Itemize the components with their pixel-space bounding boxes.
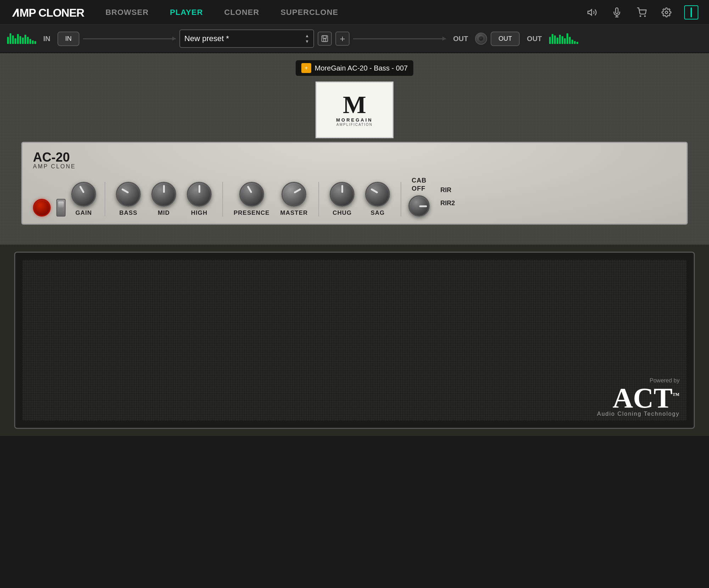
output-meter-label: OUT <box>527 35 542 43</box>
bass-knob[interactable] <box>116 182 141 207</box>
meter-bar <box>22 38 24 44</box>
cabinet-area: Powered by ACT™ Audio Cloning Technology <box>0 245 709 436</box>
tab-superclone[interactable]: SUPERCLONE <box>280 8 338 17</box>
meter-bar <box>569 37 571 44</box>
header: ∧MP CLONER BROWSER PLAYER CLONER SUPERCL… <box>0 0 709 25</box>
meter-bar <box>566 33 568 44</box>
controls-row: GAIN BASS MID HIGH <box>33 177 676 217</box>
preset-add-button[interactable]: + <box>335 32 350 46</box>
master-knob[interactable] <box>281 182 306 207</box>
amp-model-title: AC-20 AMP CLONE <box>33 150 676 170</box>
mid-knob[interactable] <box>151 182 176 207</box>
brand-tagline: AMPLIFICATION <box>336 123 373 127</box>
meter-bar <box>17 34 19 44</box>
meter-bar <box>574 41 576 44</box>
brand-name: MOREGAIN <box>336 117 373 123</box>
meter-bar <box>576 42 578 44</box>
preset-name: New preset * <box>184 34 305 43</box>
cart-icon[interactable] <box>635 5 649 19</box>
out-button[interactable]: OUT <box>491 32 520 46</box>
presence-label: PRESENCE <box>234 209 270 217</box>
preset-up-arrow[interactable]: ▲ <box>305 33 309 38</box>
preset-save-button[interactable] <box>318 32 332 46</box>
brand-logo-panel: M MOREGAIN AMPLIFICATION <box>316 82 393 138</box>
mid-label: MID <box>158 209 170 217</box>
mic-icon[interactable] <box>610 5 624 19</box>
preset-badge-icon: + <box>301 63 311 73</box>
meter-bar <box>12 35 14 44</box>
amp-type: AMP CLONE <box>33 163 676 170</box>
master-label: MASTER <box>280 209 308 217</box>
chug-label: CHUG <box>333 209 352 217</box>
svg-rect-8 <box>323 36 326 38</box>
power-icon[interactable] <box>684 5 698 19</box>
output-label: OUT <box>453 35 468 43</box>
act-badge: Powered by ACT™ Audio Cloning Technology <box>597 377 680 417</box>
meter-bar <box>557 38 558 44</box>
svg-marker-0 <box>588 9 592 15</box>
input-label: IN <box>43 35 50 43</box>
tab-browser[interactable]: BROWSER <box>105 8 149 17</box>
amp-panel: AC-20 AMP CLONE GAIN <box>21 142 688 225</box>
cab-knob[interactable] <box>408 195 430 217</box>
bass-label: BASS <box>119 209 137 217</box>
meter-bar <box>552 34 553 44</box>
gain-knob[interactable] <box>71 182 96 207</box>
preset-down-arrow[interactable]: ▼ <box>305 39 309 44</box>
meter-bar <box>562 36 563 44</box>
bass-knob-group: BASS <box>116 182 141 217</box>
sag-knob[interactable] <box>365 182 390 207</box>
act-logo: ACT™ <box>597 385 680 411</box>
toggle-group <box>56 199 66 217</box>
speaker-icon[interactable] <box>585 5 599 19</box>
tab-cloner[interactable]: CLONER <box>224 8 259 17</box>
meter-bar <box>29 39 31 44</box>
signal-line-right <box>353 38 446 39</box>
svg-point-5 <box>665 11 668 13</box>
high-label: HIGH <box>191 209 208 217</box>
rir2-label: RIR2 <box>440 200 455 207</box>
toggle-switch[interactable] <box>56 199 66 217</box>
input-meter-bars <box>7 33 36 44</box>
eq-section: BASS MID HIGH <box>105 182 223 217</box>
act-subtitle: Audio Cloning Technology <box>597 411 680 417</box>
chug-knob-group: CHUG <box>330 182 354 217</box>
signal-strip: IN IN New preset * ▲ ▼ + OUT OUT OUT <box>0 25 709 53</box>
sag-label: SAG <box>370 209 385 217</box>
output-meter-bars <box>549 33 578 44</box>
svg-rect-6 <box>691 7 692 17</box>
tab-player[interactable]: PLAYER <box>170 8 203 17</box>
preset-selector[interactable]: New preset * ▲ ▼ <box>179 29 314 48</box>
power-button[interactable] <box>33 199 51 217</box>
toggle-handle <box>58 201 64 208</box>
amp-area: + MoreGain AC-20 - Bass - 007 M MOREGAIN… <box>0 53 709 245</box>
high-knob[interactable] <box>187 182 212 207</box>
jack-inner <box>479 36 484 41</box>
presence-knob[interactable] <box>239 182 264 207</box>
meter-bar <box>559 35 561 44</box>
logo-panel-wrapper: M MOREGAIN AMPLIFICATION <box>14 82 695 138</box>
nav-icons <box>585 5 698 19</box>
preset-arrows[interactable]: ▲ ▼ <box>305 33 309 44</box>
cab-label: CAB <box>412 177 426 184</box>
cab-section: CAB OFF RIR RIR2 <box>401 177 455 217</box>
presence-master-section: PRESENCE MASTER <box>223 182 319 217</box>
rir-label: RIR <box>440 186 455 194</box>
amp-model: AC-20 <box>33 150 676 165</box>
gain-knob-group: GAIN <box>71 182 96 217</box>
speaker-grille <box>22 260 687 421</box>
sag-knob-group: SAG <box>365 182 390 217</box>
meter-bar <box>7 37 9 44</box>
output-meter-group <box>549 33 578 44</box>
signal-line-left <box>83 38 176 39</box>
in-button[interactable]: IN <box>57 32 79 46</box>
svg-point-4 <box>644 16 645 16</box>
chug-knob[interactable] <box>330 182 354 207</box>
presence-knob-group: PRESENCE <box>234 182 270 217</box>
meter-bar <box>24 35 26 44</box>
preset-badge: + MoreGain AC-20 - Bass - 007 <box>296 60 413 76</box>
gear-icon[interactable] <box>659 5 674 19</box>
meter-bar <box>10 33 11 44</box>
brand-m-logo: M <box>343 94 366 116</box>
master-knob-group: MASTER <box>280 182 308 217</box>
